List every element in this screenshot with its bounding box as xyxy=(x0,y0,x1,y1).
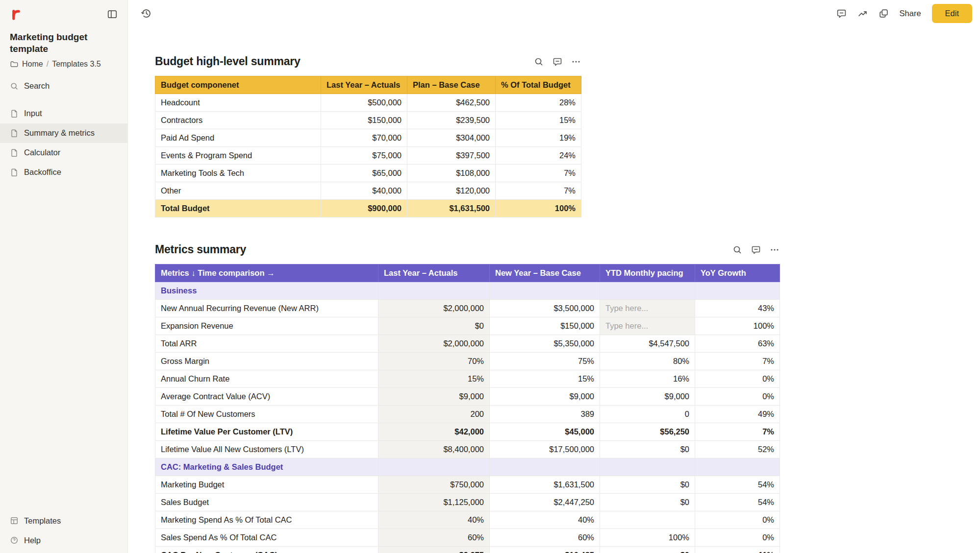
metrics-cell[interactable]: 80% xyxy=(600,353,695,370)
metrics-cell[interactable]: $2,000,000 xyxy=(378,335,490,353)
metrics-cell[interactable]: $42,000 xyxy=(378,423,490,441)
budget-cell[interactable]: 28% xyxy=(496,94,581,112)
metrics-cell[interactable]: $0 xyxy=(600,441,695,458)
metrics-cell[interactable]: $1,125,000 xyxy=(378,494,490,511)
budget-cell[interactable]: $462,500 xyxy=(407,94,496,112)
budget-cell[interactable]: Paid Ad Spend xyxy=(155,129,321,147)
metrics-column-header[interactable]: Metrics ↓ Time comparison → xyxy=(155,264,378,282)
budget-cell[interactable]: $65,000 xyxy=(321,165,407,182)
metrics-cell[interactable]: 60% xyxy=(490,529,600,547)
breadcrumb-current[interactable]: Templates 3.5 xyxy=(52,60,101,69)
budget-table-title[interactable]: Budget high-level summary xyxy=(155,55,301,68)
more-icon[interactable] xyxy=(770,245,779,255)
metrics-cell[interactable]: 100% xyxy=(695,317,780,335)
metrics-cell[interactable]: Total ARR xyxy=(155,335,378,353)
sidebar-item-input[interactable]: Input xyxy=(0,104,127,123)
metrics-cell[interactable] xyxy=(600,511,695,529)
metrics-cell[interactable]: $0 xyxy=(600,494,695,511)
budget-total-cell[interactable]: $1,631,500 xyxy=(407,200,496,217)
budget-cell[interactable]: $120,000 xyxy=(407,182,496,200)
search-button[interactable]: Search xyxy=(0,76,127,96)
metrics-cell[interactable]: Expansion Revenue xyxy=(155,317,378,335)
metrics-cell[interactable]: $0 xyxy=(600,476,695,494)
metrics-cell[interactable]: 40% xyxy=(490,511,600,529)
metrics-cell[interactable]: $5,350,000 xyxy=(490,335,600,353)
metrics-table-title[interactable]: Metrics summary xyxy=(155,243,246,256)
metrics-cell[interactable]: $0 xyxy=(378,317,490,335)
metrics-cell[interactable]: $8,400,000 xyxy=(378,441,490,458)
metrics-cell[interactable]: $9,000 xyxy=(378,388,490,406)
metrics-cell[interactable]: 52% xyxy=(695,441,780,458)
trend-icon[interactable] xyxy=(857,8,868,19)
metrics-cell[interactable]: $750,000 xyxy=(378,476,490,494)
metrics-cell[interactable]: 75% xyxy=(490,353,600,370)
sidebar-item-help[interactable]: Help xyxy=(0,530,127,550)
metrics-cell[interactable]: $9,375 xyxy=(378,547,490,553)
metrics-cell[interactable]: Sales Budget xyxy=(155,494,378,511)
metrics-cell[interactable]: 389 xyxy=(490,406,600,423)
metrics-cell[interactable]: Lifetime Value All New Customers (LTV) xyxy=(155,441,378,458)
budget-column-header[interactable]: % Of Total Budget xyxy=(496,76,581,94)
metrics-column-header[interactable]: YTD Monthly pacing xyxy=(600,264,695,282)
sidebar-item-calculator[interactable]: Calculator xyxy=(0,143,127,163)
metrics-cell[interactable]: $9,000 xyxy=(600,388,695,406)
metrics-cell[interactable]: $150,000 xyxy=(490,317,600,335)
metrics-cell[interactable]: 0% xyxy=(695,511,780,529)
metrics-cell[interactable]: $4,547,500 xyxy=(600,335,695,353)
metrics-cell[interactable]: $2,000,000 xyxy=(378,300,490,317)
metrics-cell[interactable]: 43% xyxy=(695,300,780,317)
section-label-cell[interactable]: CAC: Marketing & Sales Budget xyxy=(155,458,378,476)
budget-cell[interactable]: $239,500 xyxy=(407,112,496,129)
share-button[interactable]: Share xyxy=(900,9,921,18)
budget-cell[interactable]: 15% xyxy=(496,112,581,129)
metrics-cell[interactable]: 63% xyxy=(695,335,780,353)
metrics-cell[interactable]: 0% xyxy=(695,388,780,406)
budget-cell[interactable]: Marketing Tools & Tech xyxy=(155,165,321,182)
metrics-cell[interactable]: $3,500,000 xyxy=(490,300,600,317)
metrics-cell[interactable]: Marketing Spend As % Of Total CAC xyxy=(155,511,378,529)
metrics-cell[interactable]: CAC Per New Customer (CAC) xyxy=(155,547,378,553)
search-icon[interactable] xyxy=(534,57,544,67)
more-icon[interactable] xyxy=(571,57,581,67)
duplicate-icon[interactable] xyxy=(879,8,889,19)
metrics-cell[interactable]: 70% xyxy=(378,353,490,370)
metrics-cell[interactable]: $9,000 xyxy=(490,388,600,406)
sidebar-item-templates[interactable]: Templates xyxy=(0,511,127,530)
metrics-cell[interactable]: 200 xyxy=(378,406,490,423)
metrics-cell[interactable]: Lifetime Value Per Customer (LTV) xyxy=(155,423,378,441)
metrics-cell[interactable]: Gross Margin xyxy=(155,353,378,370)
budget-column-header[interactable]: Budget componenet xyxy=(155,76,321,94)
metrics-cell[interactable]: 0 xyxy=(600,406,695,423)
metrics-cell[interactable]: 49% xyxy=(695,406,780,423)
budget-cell[interactable]: 7% xyxy=(496,182,581,200)
metrics-cell[interactable]: 60% xyxy=(378,529,490,547)
budget-cell[interactable]: 24% xyxy=(496,147,581,165)
metrics-cell[interactable]: 15% xyxy=(490,370,600,388)
sidebar-item-summary-metrics[interactable]: Summary & metrics xyxy=(0,123,127,143)
metrics-cell[interactable]: 100% xyxy=(600,529,695,547)
metrics-cell[interactable]: $2,447,250 xyxy=(490,494,600,511)
budget-cell[interactable]: $70,000 xyxy=(321,129,407,147)
budget-total-cell[interactable]: Total Budget xyxy=(155,200,321,217)
budget-cell[interactable]: $150,000 xyxy=(321,112,407,129)
comment-icon[interactable] xyxy=(751,245,761,255)
section-label-cell[interactable]: Business xyxy=(155,282,378,300)
metrics-cell[interactable]: $56,250 xyxy=(600,423,695,441)
metrics-cell[interactable]: 15% xyxy=(378,370,490,388)
budget-cell[interactable]: $108,000 xyxy=(407,165,496,182)
metrics-cell[interactable]: 0% xyxy=(695,529,780,547)
metrics-column-header[interactable]: YoY Growth xyxy=(695,264,780,282)
metrics-cell[interactable]: $1,631,500 xyxy=(490,476,600,494)
metrics-cell[interactable]: Type here... xyxy=(600,317,695,335)
metrics-cell[interactable]: 54% xyxy=(695,494,780,511)
budget-total-cell[interactable]: $900,000 xyxy=(321,200,407,217)
budget-cell[interactable]: $500,000 xyxy=(321,94,407,112)
metrics-cell[interactable]: Type here... xyxy=(600,300,695,317)
budget-cell[interactable]: $75,000 xyxy=(321,147,407,165)
budget-cell[interactable]: Events & Program Spend xyxy=(155,147,321,165)
panel-toggle-icon[interactable] xyxy=(107,9,118,20)
metrics-cell[interactable]: 16% xyxy=(600,370,695,388)
metrics-column-header[interactable]: Last Year – Actuals xyxy=(378,264,490,282)
breadcrumb-home[interactable]: Home xyxy=(22,60,43,69)
metrics-cell[interactable]: $0 xyxy=(600,547,695,553)
